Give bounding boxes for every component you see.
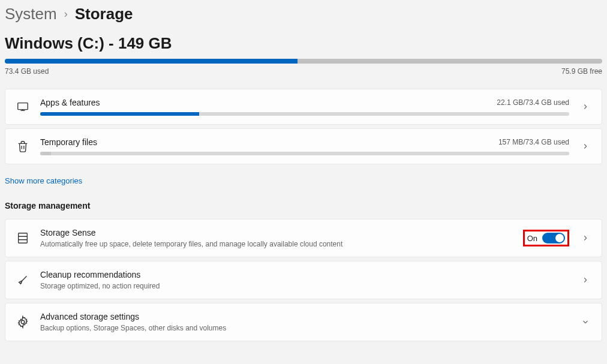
setting-cleanup-recommendations[interactable]: Cleanup recommendations Storage optimize… [5, 261, 602, 299]
gear-icon [16, 315, 29, 329]
chevron-right-icon: › [64, 8, 68, 20]
svg-rect-0 [18, 103, 28, 110]
chevron-right-icon [580, 142, 591, 151]
broom-icon [16, 273, 29, 287]
category-bar [40, 112, 569, 116]
breadcrumb-parent[interactable]: System [5, 5, 57, 23]
setting-desc: Automatically free up space, delete temp… [40, 240, 512, 248]
category-title: Temporary files [40, 137, 491, 147]
chevron-right-icon [580, 276, 591, 284]
category-usage: 157 MB/73.4 GB used [498, 138, 569, 146]
chevron-right-icon [580, 103, 591, 111]
category-bar [40, 152, 569, 155]
breadcrumb: System › Storage [5, 5, 602, 23]
trash-icon [16, 140, 29, 153]
chevron-right-icon [580, 234, 591, 242]
category-bar-fill [40, 112, 199, 116]
toggle-label: On [527, 234, 537, 243]
setting-storage-sense[interactable]: Storage Sense Automatically free up spac… [5, 219, 602, 257]
svg-point-2 [21, 320, 25, 324]
chevron-down-icon [580, 318, 591, 326]
setting-title: Cleanup recommendations [40, 270, 569, 279]
storage-icon [16, 231, 29, 245]
apps-icon [16, 100, 29, 113]
category-title: Apps & features [40, 98, 489, 107]
storage-sense-toggle[interactable] [542, 233, 565, 243]
show-more-categories-link[interactable]: Show more categories [5, 176, 82, 185]
setting-title: Advanced storage settings [40, 312, 569, 321]
category-bar-fill [40, 152, 51, 155]
setting-desc: Backup options, Storage Spaces, other di… [40, 324, 569, 332]
section-storage-management: Storage management [5, 201, 602, 210]
storage-sense-toggle-highlight: On [523, 230, 569, 246]
setting-desc: Storage optimized, no action required [40, 282, 569, 290]
breadcrumb-current: Storage [75, 5, 133, 23]
category-temporary-files[interactable]: Temporary files 157 MB/73.4 GB used [5, 128, 602, 164]
drive-title: Windows (C:) - 149 GB [5, 34, 602, 53]
drive-usage-fill [5, 59, 298, 64]
svg-rect-1 [19, 233, 28, 243]
toggle-knob [555, 234, 564, 242]
drive-free-text: 75.9 GB free [561, 67, 602, 76]
setting-advanced-storage[interactable]: Advanced storage settings Backup options… [5, 303, 602, 341]
drive-used-text: 73.4 GB used [5, 67, 49, 76]
category-usage: 22.1 GB/73.4 GB used [497, 98, 569, 107]
setting-title: Storage Sense [40, 228, 512, 237]
drive-usage-bar [5, 59, 602, 64]
category-apps-features[interactable]: Apps & features 22.1 GB/73.4 GB used [5, 89, 602, 125]
